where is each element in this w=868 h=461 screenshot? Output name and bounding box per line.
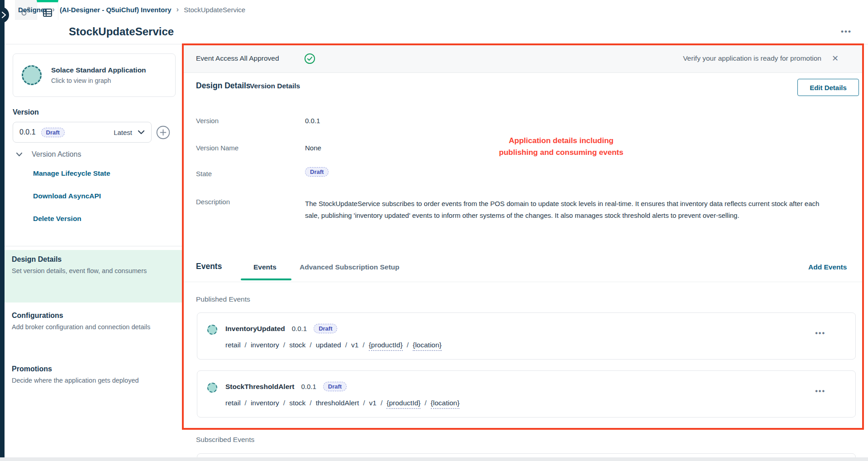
sidebar-item-configurations[interactable]: Configurations Add broker configuration … — [5, 306, 182, 340]
event-name: InventoryUpdated — [225, 325, 285, 333]
add-version-button[interactable] — [156, 125, 170, 139]
version-row-value: 0.0.1 — [305, 117, 320, 125]
breadcrumb-inventory[interactable]: (AI-Designer - Q5uiChuf) Inventory — [60, 6, 172, 14]
tab-advanced-subscription-setup[interactable]: Advanced Subscription Setup — [300, 263, 399, 271]
close-icon[interactable]: ✕ — [832, 53, 839, 63]
delete-version-link[interactable]: Delete Version — [33, 215, 81, 223]
breadcrumb-current: StockUpdateService — [184, 6, 245, 14]
event-name: StockThresholdAlert — [225, 383, 294, 391]
sidebar-item-promotions[interactable]: Promotions Decide where the application … — [5, 360, 182, 393]
nav-item-subtitle: Set version details, event flow, and con… — [12, 265, 157, 277]
event-version: 0.0.1 — [301, 383, 316, 390]
sidebar-divider — [5, 246, 182, 246]
version-name-row-value: None — [305, 144, 321, 152]
event-version: 0.0.1 — [292, 325, 307, 332]
event-icon — [207, 325, 217, 335]
version-row-label: Version — [196, 117, 219, 125]
check-circle-icon — [304, 53, 315, 66]
event-topic-address: retail/inventory/stock/updated/v1/{produ… — [225, 341, 442, 349]
edit-details-button[interactable]: Edit Details — [797, 79, 859, 96]
download-asyncapi-link[interactable]: Download AsyncAPI — [33, 192, 101, 200]
window-bottom-edge — [0, 457, 868, 461]
version-actions-toggle[interactable]: Version Actions — [16, 150, 81, 158]
manage-lifecycle-link[interactable]: Manage Lifecycle State — [33, 169, 110, 178]
description-row-value: The StockUpdateService subscribes to ord… — [305, 198, 832, 221]
add-events-link[interactable]: Add Events — [808, 263, 847, 271]
breadcrumb-separator: › — [176, 5, 179, 13]
app-card-title: Solace Standard Application — [51, 66, 146, 74]
version-name-row-label: Version Name — [196, 144, 238, 152]
sidebar-item-design-details[interactable]: Design Details Set version details, even… — [5, 250, 182, 303]
application-graph-card[interactable]: Solace Standard Application Click to vie… — [13, 53, 176, 97]
annotation-line2: publishing and consuming events — [462, 147, 661, 158]
event-access-status: Event Access All Approved — [196, 54, 279, 62]
more-actions-icon[interactable]: ••• — [841, 27, 852, 36]
events-section-heading: Events — [196, 262, 222, 271]
event-state-badge: Draft — [323, 382, 347, 391]
left-rail — [0, 0, 5, 461]
selected-tab-underline — [241, 279, 291, 280]
tab-design-details[interactable]: Design Details — [196, 81, 251, 91]
version-state-badge: Draft — [41, 128, 65, 137]
latest-label: Latest — [114, 129, 132, 136]
chevron-down-icon — [138, 128, 145, 136]
annotation-line1: Application details including — [462, 135, 661, 147]
chevron-down-icon — [16, 150, 23, 158]
version-actions-label: Version Actions — [32, 150, 81, 158]
event-icon — [207, 383, 217, 393]
events-divider — [184, 282, 862, 282]
breadcrumb: Designer › (AI-Designer - Q5uiChuf) Inve… — [18, 6, 245, 14]
subscribed-events-label: Subscribed Events — [196, 436, 254, 444]
nav-item-title: Promotions — [12, 365, 173, 373]
nav-item-title: Design Details — [12, 255, 173, 264]
breadcrumb-separator: › — [52, 5, 55, 13]
tab-version-details[interactable]: Version Details — [250, 82, 300, 90]
nav-item-subtitle: Add broker configuration and connection … — [12, 321, 163, 333]
event-state-badge: Draft — [314, 324, 337, 333]
event-card-stock-threshold-alert[interactable]: StockThresholdAlert 0.0.1 Draft retail/i… — [197, 370, 856, 418]
event-topic-address: retail/inventory/stock/thresholdAlert/v1… — [225, 399, 459, 407]
more-actions-icon[interactable]: ••• — [815, 387, 825, 395]
plus-circle-icon — [156, 133, 170, 141]
state-badge: Draft — [305, 167, 329, 177]
promotion-message: Verify your application is ready for pro… — [683, 54, 821, 62]
details-header: Design Details Version Details Edit Deta… — [184, 73, 862, 101]
published-events-label: Published Events — [196, 295, 250, 303]
event-card-inventory-updated[interactable]: InventoryUpdated 0.0.1 Draft retail/inve… — [197, 312, 856, 360]
promotion-banner: Event Access All Approved Verify your ap… — [184, 45, 862, 73]
tab-events[interactable]: Events — [253, 263, 277, 271]
state-row-label: State — [196, 170, 212, 178]
app-card-subtitle: Click to view in graph — [51, 77, 146, 84]
more-actions-icon[interactable]: ••• — [815, 329, 825, 337]
nav-item-subtitle: Decide where the application gets deploy… — [12, 375, 173, 387]
app-window: Designer › (AI-Designer - Q5uiChuf) Inve… — [0, 0, 868, 461]
version-value: 0.0.1 — [19, 128, 36, 136]
page-title: StockUpdateService — [69, 25, 174, 38]
breadcrumb-designer[interactable]: Designer — [18, 6, 47, 14]
version-select[interactable]: 0.0.1 Draft Latest — [13, 122, 152, 143]
application-icon — [22, 65, 42, 85]
chevron-right-icon — [1, 11, 6, 19]
annotation-note: Application details including publishing… — [462, 135, 661, 158]
nav-item-title: Configurations — [12, 312, 173, 320]
description-row-label: Description — [196, 198, 230, 206]
version-heading: Version — [13, 108, 39, 116]
